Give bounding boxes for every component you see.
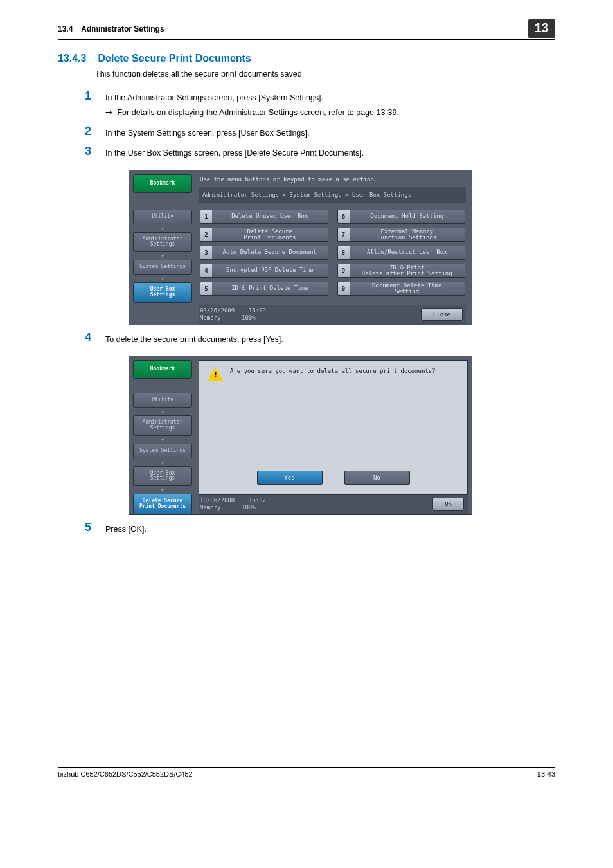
yes-button[interactable]: Yes: [257, 471, 323, 485]
header-section-ref: 13.4 Administrator Settings: [58, 24, 164, 33]
status-mem-label: Memory: [200, 314, 221, 321]
step-5: 5 Press [OK].: [81, 521, 555, 536]
ok-button[interactable]: OK: [432, 498, 464, 511]
status-time: 15:32: [249, 497, 266, 503]
sidebar-admin-settings[interactable]: Administrator Settings: [133, 232, 192, 253]
confirm-panel: Bookmark Utility ▾ Administrator Setting…: [129, 356, 472, 515]
status-mem-label: Memory: [200, 504, 221, 511]
menu-delete-secure-print-documents[interactable]: 2Delete Secure Print Documents: [200, 228, 328, 242]
step-1-num: 1: [81, 90, 91, 119]
sidebar-utility[interactable]: Utility: [133, 393, 192, 408]
chevron-down-icon: ▾: [133, 437, 192, 442]
confirm-question: Are you sure you want to delete all secu…: [230, 366, 436, 374]
step-2: 2 In the System Settings screen, press […: [81, 125, 555, 140]
page-header: 13.4 Administrator Settings 13: [58, 19, 555, 40]
status-mem-val: 100%: [242, 314, 256, 321]
sidebar-utility[interactable]: Utility: [133, 210, 192, 224]
header-section-num: 13.4: [58, 24, 73, 33]
menu-id-print-delete-after-print[interactable]: 9ID & Print Delete after Print Setting: [337, 264, 466, 278]
step-1-sub: ➞ For details on displaying the Administ…: [105, 107, 399, 119]
step-2-text: In the System Settings screen, press [Us…: [105, 125, 310, 140]
chapter-badge: 13: [528, 19, 555, 38]
page-footer: bizhub C652/C652DS/C552/C552DS/C452 13-4…: [58, 767, 555, 778]
close-button[interactable]: Close: [421, 308, 463, 321]
chevron-down-icon: ▾: [133, 253, 192, 258]
menu-external-memory-function-settings[interactable]: 7External Memory Function Settings: [337, 228, 466, 242]
menu-id-print-delete-time[interactable]: 5ID & Print Delete Time: [200, 282, 328, 296]
step-3: 3 In the User Box Settings screen, press…: [81, 145, 555, 159]
no-button[interactable]: No: [344, 471, 410, 485]
step-5-num: 5: [81, 521, 91, 536]
arrow-right-icon: ➞: [105, 107, 112, 119]
section-intro: This function deletes all the secure pri…: [95, 69, 555, 78]
step-5-text: Press [OK].: [105, 521, 147, 536]
sidebar-delete-secure-print[interactable]: Delete Secure Print Documents: [133, 494, 192, 514]
sidebar-system-settings[interactable]: System Settings: [133, 260, 192, 275]
step-3-text: In the User Box Settings screen, press […: [105, 145, 364, 159]
step-4-num: 4: [81, 332, 91, 346]
sidebar-user-box-settings[interactable]: User Box Settings: [133, 282, 192, 303]
chevron-down-icon: ▾: [133, 460, 192, 465]
menu-auto-delete-secure-document[interactable]: 3Auto Delete Secure Document: [200, 246, 328, 260]
bookmark-button[interactable]: Bookmark: [133, 360, 192, 379]
chevron-down-icon: ▾: [133, 226, 192, 231]
sidebar-user-box-settings[interactable]: User Box Settings: [133, 466, 192, 487]
step-1-text: In the Administrator Settings screen, pr…: [105, 92, 399, 104]
menu-document-delete-time-setting[interactable]: 0Document Delete Time Setting: [337, 282, 466, 296]
menu-allow-restrict-user-box[interactable]: 8Allow/Restrict User Box: [337, 246, 466, 260]
menu-delete-unused-user-box[interactable]: 1Delete Unused User Box: [200, 210, 328, 224]
status-date: 03/26/2009: [200, 307, 235, 314]
header-section-name: Administrator Settings: [81, 24, 164, 33]
step-1: 1 In the Administrator Settings screen, …: [81, 90, 555, 119]
settings-panel-1: Bookmark Utility ▾ Administrator Setting…: [129, 170, 472, 325]
status-mem-val: 100%: [242, 504, 256, 511]
panel1-statusbar: 03/26/2009 16:09 Memory 100% Close: [199, 305, 466, 325]
step-3-num: 3: [81, 145, 91, 159]
step-1-sub-text: For details on displaying the Administra…: [117, 108, 398, 117]
step-4-text: To delete the secure print documents, pr…: [105, 332, 283, 346]
footer-page-number: 13-43: [537, 770, 555, 778]
step-4: 4 To delete the secure print documents, …: [81, 332, 555, 346]
status-time: 16:09: [249, 307, 266, 314]
warning-icon: [207, 366, 224, 381]
panel1-menu-grid: 1Delete Unused User Box 6Document Hold S…: [199, 210, 466, 296]
status-date: 10/06/2008: [200, 497, 235, 503]
panel1-sidebar: Bookmark Utility ▾ Administrator Setting…: [129, 170, 196, 325]
section-title: Delete Secure Print Documents: [98, 53, 251, 64]
chevron-down-icon: ▾: [133, 487, 192, 493]
chevron-down-icon: ▾: [133, 409, 192, 414]
bookmark-button[interactable]: Bookmark: [133, 174, 192, 193]
breadcrumb: Administrator Settings > System Settings…: [199, 187, 466, 203]
section-title-row: 13.4.3 Delete Secure Print Documents: [58, 53, 555, 64]
chevron-down-icon: ▾: [133, 276, 192, 281]
sidebar-system-settings[interactable]: System Settings: [133, 444, 192, 458]
panel2-sidebar: Bookmark Utility ▾ Administrator Setting…: [129, 356, 196, 514]
panel1-instruction: Use the menu buttons or keypad to make a…: [199, 174, 466, 187]
menu-encrypted-pdf-delete-time[interactable]: 4Encrypted PDF Delete Time: [200, 264, 328, 278]
section-number: 13.4.3: [58, 53, 86, 64]
confirm-dialog: Are you sure you want to delete all secu…: [199, 360, 468, 494]
menu-document-hold-setting[interactable]: 6Document Hold Setting: [337, 210, 466, 224]
panel2-statusbar: 10/06/2008 15:32 Memory 100% OK: [199, 494, 468, 514]
footer-product: bizhub C652/C652DS/C552/C552DS/C452: [58, 770, 193, 778]
step-2-num: 2: [81, 125, 91, 140]
sidebar-admin-settings[interactable]: Administrator Settings: [133, 415, 192, 436]
